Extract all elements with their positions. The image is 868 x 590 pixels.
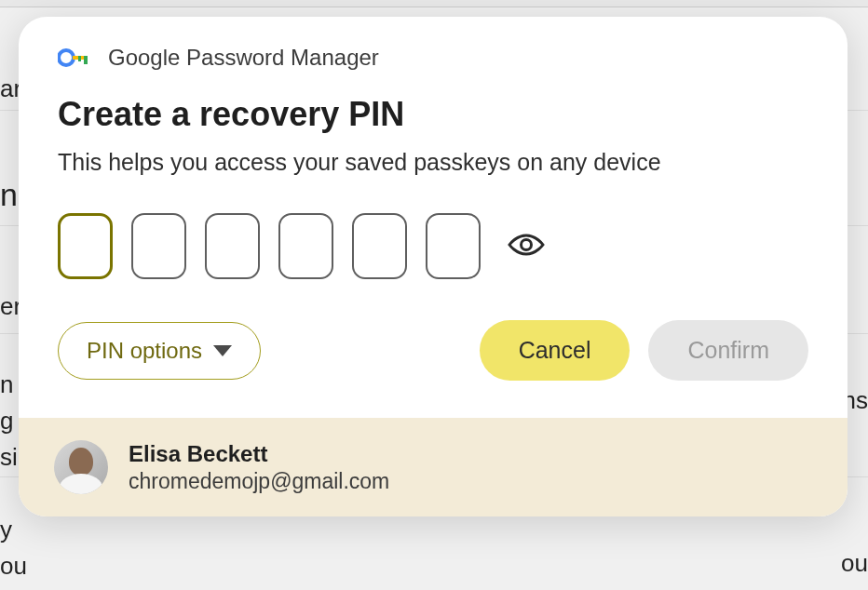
background-text: ou	[841, 549, 868, 578]
password-manager-key-icon	[58, 47, 91, 68]
dialog-heading: Create a recovery PIN	[58, 95, 808, 134]
user-email: chromedemojp@gmail.com	[129, 469, 389, 494]
pin-input-row	[58, 213, 808, 279]
pin-options-label: PIN options	[87, 338, 202, 364]
svg-rect-3	[78, 56, 81, 61]
toggle-visibility-button[interactable]	[503, 228, 549, 264]
chevron-down-icon	[213, 345, 232, 356]
pin-digit-1[interactable]	[58, 213, 113, 279]
svg-point-0	[59, 50, 74, 65]
dialog-header: Google Password Manager	[19, 17, 848, 71]
pin-options-button[interactable]: PIN options	[58, 322, 261, 380]
pin-digit-4[interactable]	[278, 213, 333, 279]
svg-point-4	[522, 240, 532, 250]
user-account-row[interactable]: Elisa Beckett chromedemojp@gmail.com	[19, 418, 848, 516]
background-text: y ou	[0, 512, 27, 584]
user-info: Elisa Beckett chromedemojp@gmail.com	[129, 441, 389, 494]
cancel-button[interactable]: Cancel	[480, 320, 631, 381]
user-name: Elisa Beckett	[129, 441, 389, 467]
pin-digit-6[interactable]	[426, 213, 481, 279]
svg-rect-2	[84, 56, 88, 64]
recovery-pin-dialog: Google Password Manager Create a recover…	[19, 17, 848, 516]
confirm-button[interactable]: Confirm	[648, 320, 808, 381]
eye-icon	[507, 232, 546, 261]
app-title: Google Password Manager	[108, 45, 379, 71]
pin-digit-2[interactable]	[131, 213, 186, 279]
avatar	[54, 440, 108, 494]
dialog-subheading: This helps you access your saved passkey…	[58, 149, 808, 176]
pin-digit-3[interactable]	[205, 213, 260, 279]
pin-digit-5[interactable]	[352, 213, 407, 279]
action-row: PIN options Cancel Confirm	[58, 320, 808, 381]
